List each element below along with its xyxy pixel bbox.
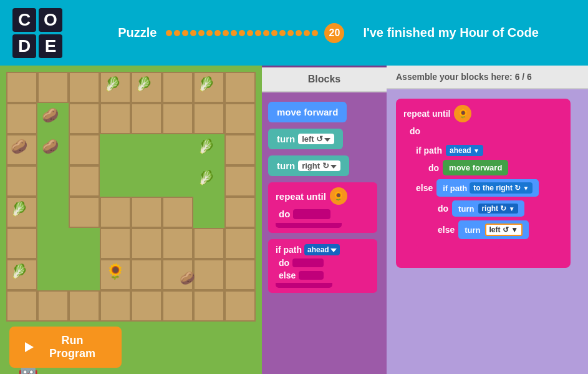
stone-tile — [100, 103, 131, 134]
dot-11 — [247, 30, 253, 36]
dot-4 — [190, 30, 196, 36]
dot-2 — [174, 30, 180, 36]
enemy-char: 🥔 — [37, 103, 62, 128]
sunflower-icon: 🌻 — [330, 187, 347, 205]
dot-17 — [296, 30, 302, 36]
stone-tile — [162, 103, 193, 134]
stone-tile — [224, 228, 256, 259]
else-slot — [299, 271, 324, 280]
turn-right-modifier: right ↻ — [298, 160, 340, 171]
stone-tile — [37, 72, 69, 103]
left-tag: left ↺ ▼ — [485, 224, 523, 236]
stone-tile — [224, 103, 256, 134]
do-move-forward-row: do move forward — [416, 160, 557, 175]
dot-13 — [263, 30, 269, 36]
stone-tile — [69, 290, 100, 322]
if-label: if path — [276, 245, 302, 255]
stone-tile — [131, 103, 162, 134]
turn-left-modifier: left ↺ — [298, 134, 334, 144]
else-label: else — [279, 270, 296, 280]
stone-tile — [6, 165, 37, 197]
stone-tile — [224, 197, 256, 228]
dot-10 — [239, 30, 245, 36]
dot-1 — [166, 30, 172, 36]
outer-cap — [410, 254, 533, 262]
dot-15 — [279, 30, 286, 36]
stone-tile — [162, 72, 193, 103]
stone-tile — [193, 290, 224, 322]
if-bottom-cap — [276, 283, 332, 288]
dropdown-arrow — [324, 138, 330, 142]
stone-tile — [224, 290, 256, 322]
assemble-header: Assemble your blocks here: 6 / 6 — [387, 66, 588, 89]
dot-16 — [287, 30, 294, 36]
else-row-assembled: else if path to the right ↻ ▼ — [416, 179, 557, 197]
turn-label: turn — [277, 134, 295, 144]
header: C O D E Puzzle 20 I've fin — [0, 0, 588, 66]
if-row: if path ahead — [276, 244, 370, 255]
dot-7 — [214, 30, 221, 36]
do-row2: do — [276, 258, 370, 268]
stone-tile — [100, 228, 131, 259]
stone-tile — [162, 290, 193, 322]
stone-tile — [6, 290, 37, 322]
if-path-row: if path ahead ▼ — [416, 145, 557, 156]
main: 🥔 🥔 🥬 🥬 🥬 🥔 🥬 🥬 🥬 🥬 🌻 🥔 🤖 Run Program — [0, 66, 588, 374]
dropdown-arrow — [330, 165, 337, 169]
maze: 🥔 🥔 🥬 🥬 🥬 🥔 🥬 🥬 🥬 🥬 🌻 🥔 🤖 — [6, 72, 256, 322]
do-text: do — [410, 126, 420, 136]
stone-tile — [69, 134, 100, 165]
else-text2: else — [438, 225, 455, 235]
stone-tile — [162, 228, 193, 259]
enemy-char: 🥬 — [6, 259, 31, 284]
dot-6 — [206, 30, 213, 36]
progress-dots — [166, 30, 318, 36]
dot-3 — [182, 30, 188, 36]
enemy-char: 🥬 — [100, 72, 125, 97]
if-path-text2: if path — [443, 184, 467, 193]
stone-tile — [69, 165, 100, 197]
sunflower-assembled: 🌻 — [454, 105, 471, 122]
dot-12 — [255, 30, 261, 36]
repeat-until-block[interactable]: repeat until 🌻 do — [268, 182, 377, 233]
stone-tile — [69, 197, 100, 228]
if-path-text: if path — [416, 145, 442, 155]
ahead-label: ahead — [304, 244, 340, 255]
logo-e: E — [39, 34, 62, 58]
blocks-panel: Blocks move forward turn left ↺ turn rig… — [262, 66, 387, 374]
do-text2: do — [428, 163, 439, 173]
stone-tile — [131, 228, 162, 259]
if-path-block[interactable]: if path ahead do else — [268, 239, 377, 293]
logo-d: D — [12, 34, 36, 58]
else-turn-left-row: else turn left ↺ ▼ — [416, 220, 557, 239]
stone-tile — [131, 259, 162, 290]
dot-9 — [231, 30, 237, 36]
move-forward-block[interactable]: move forward — [268, 102, 347, 122]
stone-tile — [37, 290, 69, 322]
repeat-until-text: repeat until — [403, 109, 450, 119]
do-text3: do — [438, 204, 448, 214]
blocks-panel-header: Blocks — [262, 67, 387, 92]
do-slot2 — [292, 258, 324, 267]
to-the-right-tag: to the right ↻ ▼ — [470, 182, 533, 194]
run-program-button[interactable]: Run Program — [9, 327, 122, 368]
turn-label: turn — [277, 160, 295, 171]
turn-left-block[interactable]: turn left ↺ — [268, 129, 343, 149]
ahead-tag: ahead ▼ — [446, 145, 483, 156]
stone-tile — [131, 197, 162, 228]
stone-tile — [224, 134, 256, 165]
inner-cap — [416, 243, 501, 248]
dot-8 — [223, 30, 229, 36]
blocks-content: move forward turn left ↺ turn right ↻ re… — [262, 92, 387, 302]
nested-if-block: if path ahead ▼ do move forward else if … — [410, 140, 563, 253]
turn-right-block[interactable]: turn right ↻ — [268, 155, 349, 176]
else-row: else — [276, 270, 370, 280]
finished-text: I've finished my Hour of Code — [363, 26, 538, 40]
enemy-char: 🥬 — [6, 197, 31, 222]
repeat-until-row: repeat until 🌻 — [403, 105, 563, 122]
stone-tile — [6, 103, 37, 134]
sunflower-hero: 🌻 — [103, 259, 128, 284]
enemy-char: 🥔 — [175, 265, 200, 290]
assembled-block: repeat until 🌻 do if path ahead ▼ — [396, 99, 571, 268]
move-forward-label: move forward — [277, 107, 338, 117]
